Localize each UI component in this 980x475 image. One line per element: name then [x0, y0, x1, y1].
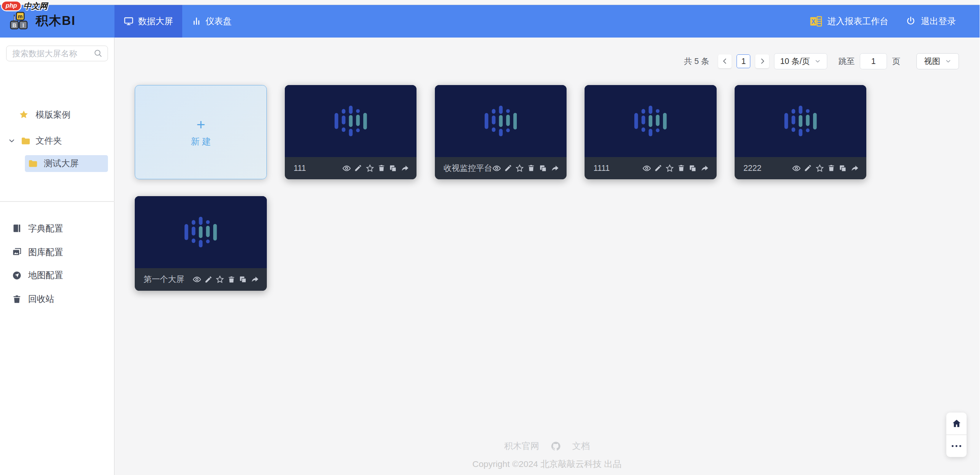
floating-buttons	[946, 413, 966, 457]
search-icon[interactable]	[93, 49, 103, 58]
star-icon[interactable]	[366, 164, 374, 173]
card-bar: 111	[285, 157, 416, 180]
more-button[interactable]	[946, 435, 966, 457]
jimu-logo-icon	[335, 105, 367, 137]
report-workbench-label: 进入报表工作台	[827, 15, 889, 27]
delete-icon[interactable]	[677, 164, 685, 172]
card-actions	[792, 164, 859, 173]
copy-icon[interactable]	[838, 164, 847, 173]
star-icon[interactable]	[815, 164, 824, 173]
total-count: 共 5 条	[684, 56, 709, 67]
github-icon[interactable]	[550, 441, 561, 452]
map-icon	[12, 270, 22, 280]
chevron-down-icon[interactable]	[8, 137, 16, 145]
screen-title: 111	[294, 164, 342, 173]
preview-icon[interactable]	[193, 275, 201, 284]
excel-icon	[810, 16, 822, 27]
sidebar-item-dictionary-config[interactable]: 字典配置	[12, 223, 63, 234]
screen-card[interactable]: 收视监控平台...	[435, 85, 567, 179]
card-actions	[193, 275, 260, 284]
copy-icon[interactable]	[688, 164, 697, 173]
trash-icon	[12, 294, 22, 304]
edit-icon[interactable]	[204, 275, 212, 283]
screen-thumbnail	[135, 196, 266, 268]
edit-icon[interactable]	[804, 164, 812, 172]
jimu-blocks-icon: j m B I	[10, 11, 31, 31]
edit-icon[interactable]	[354, 164, 362, 172]
copyright-text: Copyright ©2024 北京敲敲云科技 出品	[114, 458, 980, 470]
preview-icon[interactable]	[492, 164, 501, 173]
svg-text:j: j	[13, 14, 15, 21]
svg-text:I: I	[23, 22, 24, 28]
next-page-button[interactable]	[755, 54, 769, 68]
delete-icon[interactable]	[827, 164, 835, 172]
copy-icon[interactable]	[238, 275, 247, 284]
sidebar-item-templates[interactable]: 模版案例	[19, 109, 70, 121]
preview-icon[interactable]	[642, 164, 651, 173]
jimu-logo-icon	[485, 105, 517, 137]
card-bar: 1111	[585, 157, 716, 180]
delete-icon[interactable]	[527, 164, 535, 172]
star-icon[interactable]	[216, 275, 224, 284]
tab-data-screen[interactable]: 数据大屏	[114, 5, 183, 38]
copy-icon[interactable]	[389, 164, 397, 173]
screen-thumbnail	[585, 85, 716, 157]
card-actions	[642, 164, 709, 173]
page-number[interactable]: 1	[737, 54, 750, 68]
power-icon	[906, 16, 916, 26]
delete-icon[interactable]	[227, 275, 235, 283]
screen-card[interactable]: 2222	[735, 85, 866, 179]
delete-icon[interactable]	[377, 164, 385, 172]
folder-child-label: 测试大屏	[44, 157, 78, 169]
folder-icon	[21, 136, 31, 146]
menu-label: 图库配置	[28, 246, 63, 258]
book-icon	[12, 223, 22, 233]
share-icon[interactable]	[700, 164, 709, 173]
sidebar-folder-test-screen[interactable]: 测试大屏	[25, 155, 108, 172]
share-icon[interactable]	[400, 164, 409, 173]
sidebar-item-gallery-config[interactable]: 图库配置	[12, 246, 63, 258]
jimu-logo-icon	[185, 216, 217, 248]
tab-label: 数据大屏	[138, 15, 173, 27]
screen-card[interactable]: 1111	[585, 85, 716, 179]
logout-button[interactable]: 退出登录	[906, 15, 956, 27]
sidebar-item-recycle-bin[interactable]: 回收站	[12, 293, 54, 305]
share-icon[interactable]	[550, 164, 559, 173]
home-icon	[951, 418, 962, 429]
docs-link[interactable]: 文档	[572, 440, 590, 452]
card-actions	[342, 164, 409, 173]
share-icon[interactable]	[250, 275, 259, 284]
report-workbench-button[interactable]: 进入报表工作台	[810, 15, 888, 27]
preview-icon[interactable]	[342, 164, 351, 173]
tab-dashboard[interactable]: 仪表盘	[182, 5, 241, 38]
home-button[interactable]	[946, 413, 966, 434]
edit-icon[interactable]	[654, 164, 662, 172]
jimu-logo-icon	[784, 105, 817, 137]
jump-page-input[interactable]	[860, 53, 887, 69]
edit-icon[interactable]	[504, 164, 512, 172]
star-icon[interactable]	[665, 164, 674, 173]
chevron-down-icon	[945, 58, 952, 65]
search-input[interactable]	[7, 49, 93, 58]
share-icon[interactable]	[850, 164, 859, 173]
page-size-select[interactable]: 10 条/页	[774, 53, 827, 69]
bar-chart-icon	[192, 16, 201, 26]
view-dropdown-button[interactable]: 视图	[916, 53, 959, 69]
star-icon[interactable]	[515, 164, 524, 173]
official-site-link[interactable]: 积木官网	[504, 440, 539, 452]
jump-label: 跳至	[838, 56, 854, 67]
screen-card[interactable]: 111	[285, 85, 416, 179]
sidebar-item-map-config[interactable]: 地图配置	[12, 269, 63, 281]
screen-title: 第一个大屏	[144, 274, 192, 285]
search-box	[6, 46, 108, 61]
prev-page-button[interactable]	[718, 54, 732, 68]
sidebar-folder-root[interactable]: 文件夹	[8, 135, 62, 147]
svg-text:B: B	[13, 22, 16, 28]
jimu-logo-icon	[634, 105, 667, 137]
copy-icon[interactable]	[539, 164, 547, 173]
screen-card[interactable]: 第一个大屏	[135, 196, 266, 290]
create-screen-card[interactable]: + 新建	[135, 85, 266, 179]
header-tabs: 数据大屏 仪表盘	[114, 5, 241, 38]
chevron-left-icon	[721, 57, 729, 65]
preview-icon[interactable]	[792, 164, 801, 173]
